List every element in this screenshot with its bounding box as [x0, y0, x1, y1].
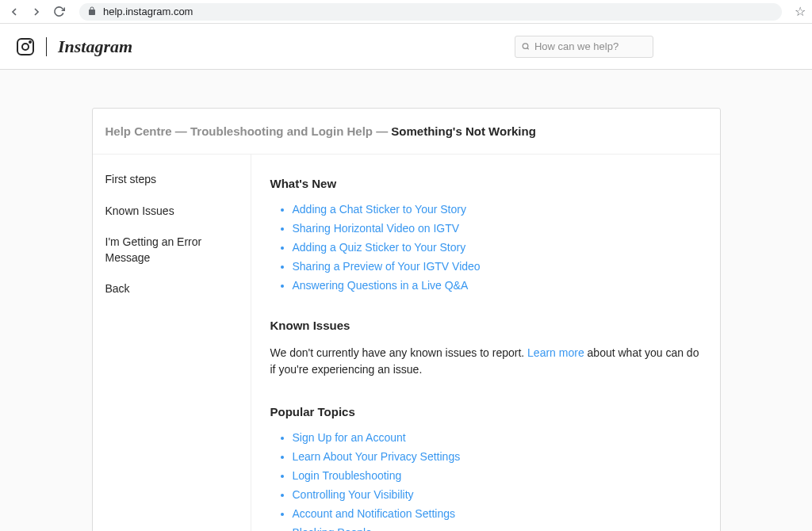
section-whats-new: What's New Adding a Chat Sticker to Your… [270, 177, 701, 292]
breadcrumb-current: Something's Not Working [391, 124, 535, 138]
search-box[interactable] [515, 36, 653, 58]
browser-toolbar: help.instagram.com ☆ [0, 0, 812, 24]
help-link[interactable]: Answering Questions in a Live Q&A [293, 279, 469, 292]
section-title: Popular Topics [270, 405, 701, 418]
search-icon [522, 42, 530, 51]
help-link[interactable]: Account and Notification Settings [293, 507, 455, 520]
sidebar-item-back[interactable]: Back [93, 273, 251, 305]
help-link[interactable]: Controlling Your Visibility [293, 488, 414, 501]
help-link[interactable]: Login Troubleshooting [293, 469, 402, 482]
section-popular-topics: Popular Topics Sign Up for an Account Le… [270, 405, 701, 531]
site-header: Instagram [0, 24, 812, 70]
sidebar: First steps Known Issues I'm Getting an … [93, 155, 251, 531]
content-card: Help Centre — Troubleshooting and Login … [92, 108, 721, 531]
sidebar-item-first-steps[interactable]: First steps [93, 164, 251, 196]
section-known-issues: Known Issues We don't currently have any… [270, 319, 701, 378]
instagram-glyph-icon [16, 37, 35, 56]
link-list: Adding a Chat Sticker to Your Story Shar… [270, 203, 701, 292]
help-link[interactable]: Sharing Horizontal Video on IGTV [293, 222, 460, 235]
breadcrumb-link[interactable]: Troubleshooting and Login Help [190, 124, 373, 138]
sidebar-item-error-message[interactable]: I'm Getting an Error Message [93, 227, 251, 273]
link-list: Sign Up for an Account Learn About Your … [270, 431, 701, 531]
help-link[interactable]: Adding a Chat Sticker to Your Story [293, 203, 466, 216]
learn-more-link[interactable]: Learn more [527, 346, 584, 359]
page-background: Help Centre — Troubleshooting and Login … [0, 70, 812, 531]
help-link[interactable]: Adding a Quiz Sticker to Your Story [293, 241, 466, 254]
main-content: What's New Adding a Chat Sticker to Your… [251, 155, 720, 531]
logo[interactable]: Instagram [16, 36, 132, 57]
logo-wordmark: Instagram [58, 36, 132, 57]
search-input[interactable] [534, 40, 646, 52]
svg-point-1 [22, 44, 29, 50]
forward-button[interactable] [29, 4, 44, 20]
help-link[interactable]: Blocking People [293, 526, 372, 531]
logo-divider [46, 37, 47, 56]
reload-button[interactable] [51, 4, 67, 20]
section-text: We don't currently have any known issues… [270, 345, 701, 378]
url-text: help.instagram.com [103, 6, 193, 17]
breadcrumb: Help Centre — Troubleshooting and Login … [93, 109, 720, 155]
back-button[interactable] [6, 4, 22, 20]
lock-icon [87, 6, 97, 18]
section-title: Known Issues [270, 319, 701, 332]
section-title: What's New [270, 177, 701, 190]
sidebar-item-known-issues[interactable]: Known Issues [93, 196, 251, 227]
svg-point-3 [523, 44, 528, 49]
address-bar[interactable]: help.instagram.com [79, 3, 782, 21]
svg-line-4 [527, 48, 529, 49]
help-link[interactable]: Sharing a Preview of Your IGTV Video [293, 260, 481, 273]
breadcrumb-link[interactable]: Help Centre [105, 124, 172, 138]
help-link[interactable]: Sign Up for an Account [293, 431, 406, 444]
help-link[interactable]: Learn About Your Privacy Settings [293, 450, 461, 463]
svg-point-2 [29, 41, 31, 43]
bookmark-star-icon[interactable]: ☆ [795, 4, 806, 19]
